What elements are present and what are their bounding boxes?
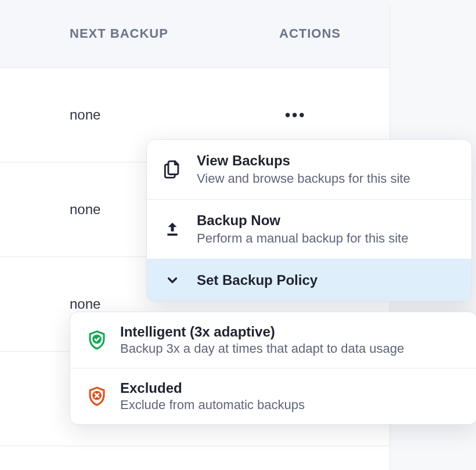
shield-x-icon xyxy=(85,385,109,408)
menu-item-desc: Perform a manual backup for this site xyxy=(197,231,408,246)
shield-check-icon xyxy=(85,328,109,352)
table-header-row: NEXT BACKUP ACTIONS xyxy=(0,0,390,68)
menu-item-view-backups[interactable]: View Backups View and browse backups for… xyxy=(147,140,471,200)
policy-option-desc: Backup 3x a day at times that adapt to d… xyxy=(120,341,404,356)
policy-option-intelligent[interactable]: Intelligent (3x adaptive) Backup 3x a da… xyxy=(70,312,476,368)
menu-item-title: Backup Now xyxy=(197,212,408,229)
backup-policy-menu: Intelligent (3x adaptive) Backup 3x a da… xyxy=(70,312,476,425)
svg-rect-0 xyxy=(167,234,178,236)
documents-icon xyxy=(162,159,183,180)
more-actions-icon[interactable]: ••• xyxy=(279,103,312,128)
menu-item-backup-now[interactable]: Backup Now Perform a manual backup for t… xyxy=(147,200,471,259)
policy-option-title: Excluded xyxy=(120,380,305,396)
column-header-next-backup: NEXT BACKUP xyxy=(0,26,279,41)
column-header-actions: ACTIONS xyxy=(279,26,390,41)
upload-icon xyxy=(162,219,183,240)
menu-item-set-backup-policy[interactable]: Set Backup Policy xyxy=(147,259,471,301)
menu-item-title: Set Backup Policy xyxy=(197,272,318,288)
chevron-down-icon xyxy=(162,270,183,291)
actions-menu: View Backups View and browse backups for… xyxy=(146,139,472,302)
policy-option-excluded[interactable]: Excluded Exclude from automatic backups xyxy=(70,368,476,424)
policy-option-title: Intelligent (3x adaptive) xyxy=(120,324,404,340)
menu-item-title: View Backups xyxy=(197,153,410,169)
next-backup-value: none xyxy=(0,107,279,123)
menu-item-desc: View and browse backups for this site xyxy=(197,171,410,186)
policy-option-desc: Exclude from automatic backups xyxy=(120,397,305,413)
